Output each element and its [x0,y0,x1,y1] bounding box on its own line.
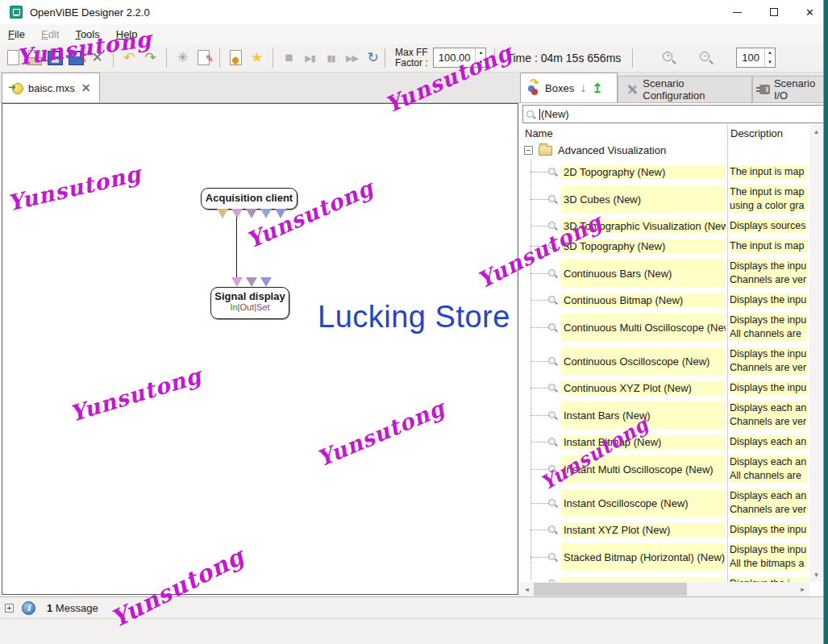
input-connector[interactable] [260,277,272,287]
column-header-name[interactable]: Name [525,127,553,139]
box-name[interactable]: Instant Bars (New) [561,401,726,429]
expand-messages-icon[interactable]: + [5,604,14,613]
menu-file[interactable]: File [8,28,25,40]
tab-scenario-document[interactable]: baisc.mxs [2,73,100,102]
zoom-level-value[interactable]: 100 [737,48,764,67]
scroll-right-icon[interactable]: ▸ [796,582,809,596]
box-list-item[interactable]: 3D Cubes (New) The input is mapusing a c… [531,185,823,213]
box-name[interactable]: Continuous XYZ Plot (New) [561,381,726,395]
box-list-item[interactable]: Continuous XYZ Plot (New) Displays the i… [531,381,823,395]
maximize-button[interactable] [755,0,792,24]
loop-icon[interactable]: ↻ [364,49,381,67]
input-connector[interactable] [246,277,257,287]
box-list-item[interactable]: Instant Multi Oscilloscope (New) Display… [531,455,823,483]
box-list-item[interactable]: 3D Topography (New) The input is map [531,239,823,253]
scrollbar-thumb[interactable] [534,583,687,596]
zoom-out-button[interactable]: − [697,49,715,67]
input-connector[interactable] [231,277,243,287]
close-scenario-icon[interactable]: ✕ [89,49,106,67]
step-icon[interactable]: ▶▮ [302,49,318,67]
fast-forward-icon[interactable]: ▶▶ [343,49,360,67]
spin-up-icon[interactable]: ▲ [476,48,485,58]
menu-bar: FileEditToolsHelp [0,24,828,44]
box-name[interactable]: Continuous Bars (New) [561,260,726,287]
box-list-item[interactable]: Instant Bars (New) Displays each anChann… [531,401,823,429]
vertical-scrollbar[interactable]: ▴ ▾ [809,125,823,582]
scroll-left-icon[interactable]: ◂ [520,582,534,596]
box-list-item[interactable]: Instant XYZ Plot (New) Displays the inpu [531,523,823,537]
box-name[interactable]: Continuous Oscilloscope (New) [561,347,726,375]
max-ff-factor-spinner[interactable]: 100.00 ▲▼ [433,48,487,68]
select-mode-icon[interactable]: ✳ [174,49,191,67]
toolbar-separator [494,48,495,68]
spinner-arrows[interactable]: ▲▼ [764,48,775,67]
box-name[interactable]: Continuous Multi Oscilloscope (New) [561,314,726,341]
box-list-item[interactable]: 3D Tomographic Visualization (New) Displ… [531,219,823,233]
spin-down-icon[interactable]: ▼ [765,58,775,68]
box-list-item[interactable]: Stacked Bitmap (Horizontal) (New) Displa… [531,543,823,571]
box-name[interactable]: 3D Topography (New) [561,239,726,253]
acquisition-client-box[interactable]: Acquisition client [201,188,297,210]
box-name[interactable]: Stacked Bitmap (Horizontal) (New) [561,543,726,571]
minimize-button[interactable] [719,0,755,24]
tab-scenario-configuration[interactable]: Scenario Configuration [618,76,752,102]
spin-up-icon[interactable]: ▲ [765,48,775,58]
output-connector[interactable] [260,209,272,218]
tab-close-icon[interactable] [75,81,91,94]
spinner-arrows[interactable]: ▲▼ [475,48,485,67]
output-connector[interactable] [275,209,286,218]
box-name[interactable]: Instant Oscilloscope (New) [561,489,726,517]
box-name[interactable]: Instant Bitmap (New) [561,435,726,449]
redo-icon[interactable]: ↷ [142,49,159,67]
log-icon[interactable] [227,49,244,67]
zoom-level-spinner[interactable]: 100 ▲▼ [736,48,776,68]
message-bar: + i 1 Message [0,596,828,618]
scroll-down-icon[interactable]: ▾ [809,568,823,582]
spin-down-icon[interactable]: ▼ [476,58,485,68]
box-list-item[interactable]: Instant Bitmap (New) Displays each an [531,435,823,449]
save-icon[interactable] [47,49,64,67]
menu-help[interactable]: Help [116,28,138,40]
box-list-item[interactable]: Continuous Bitmap (New) Displays the inp… [531,293,823,307]
signal-display-box[interactable]: Signal display In|Out|Set [210,287,289,319]
arrow-up-to-top-icon[interactable]: ↥ [592,81,602,96]
pause-icon[interactable]: ▮▮ [322,49,339,67]
column-divider[interactable] [727,125,728,582]
box-name[interactable]: Continuous Bitmap (New) [561,293,726,307]
box-list-item[interactable]: Continuous Multi Oscilloscope (New) Disp… [531,314,823,341]
box-name[interactable]: Instant Multi Oscilloscope (New) [561,455,726,483]
edit-scenario-icon[interactable] [195,49,212,67]
output-connector[interactable] [246,209,257,218]
new-scenario-icon[interactable] [5,49,22,67]
tab-scenario-io[interactable]: Scenario I/O [752,76,828,102]
box-search-field[interactable]: (New) [522,105,824,123]
connection-link[interactable] [236,217,237,283]
tab-boxes[interactable]: ↷ Boxes ↓ ↥ [520,73,618,102]
scroll-up-icon[interactable]: ▴ [809,125,823,139]
tree-folder-advanced-visualization[interactable]: − Advanced Visualization [524,144,666,156]
box-list-item[interactable]: Instant Oscilloscope (New) Displays each… [531,489,823,517]
box-name[interactable]: 2D Topography (New) [561,165,726,179]
menu-tools[interactable]: Tools [75,28,99,40]
column-header-description[interactable]: Description [730,127,783,139]
magnifier-icon [548,322,559,333]
box-list-item[interactable]: Continuous Bars (New) Displays the inpuC… [531,260,823,287]
collapse-icon[interactable]: − [524,146,533,155]
box-name[interactable]: 3D Tomographic Visualization (New) [561,219,726,233]
output-connector[interactable] [217,209,228,218]
max-ff-factor-value[interactable]: 100.00 [434,48,476,67]
zoom-in-button[interactable]: + [660,49,678,67]
favorites-star-icon[interactable]: ★ [248,49,265,67]
stop-icon[interactable]: ■ [281,49,297,67]
box-name[interactable]: 3D Cubes (New) [561,185,726,213]
output-connector[interactable] [231,209,243,218]
box-list-item[interactable]: Continuous Oscilloscope (New) Displays t… [531,347,823,375]
arrow-down-icon[interactable]: ↓ [580,81,586,95]
horizontal-scrollbar[interactable]: ◂ ▸ [520,582,809,596]
box-name[interactable]: Instant XYZ Plot (New) [561,523,726,537]
undo-icon[interactable]: ↶ [121,49,138,67]
open-scenario-icon[interactable] [26,49,43,67]
box-list-item[interactable]: 2D Topography (New) The input is map [531,165,823,179]
scenario-canvas[interactable]: Acquisition client Signal display In|Out… [2,103,518,595]
save-as-icon[interactable]: ✎ [68,49,85,67]
